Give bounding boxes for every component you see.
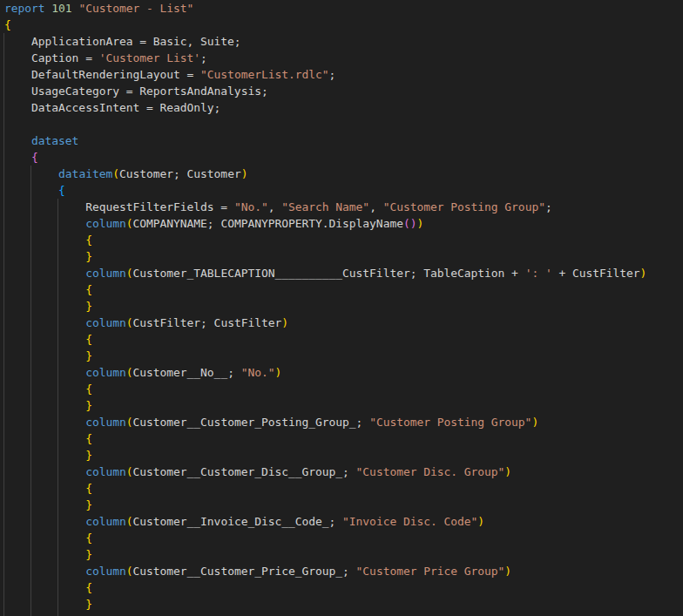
code-line: { — [0, 331, 683, 348]
code-line: } — [0, 298, 683, 315]
code-line: RequestFilterFields = "No.", "Search Nam… — [0, 199, 683, 215]
code-line: ApplicationArea = Basic, Suite; — [0, 33, 683, 50]
code-line: column(CustFilter; CustFilter) — [0, 315, 683, 331]
code-line: DefaultRenderingLayout = "CustomerList.r… — [0, 66, 683, 83]
code-line: column(Customer_TABLECAPTION__________Cu… — [0, 265, 683, 281]
code-line: column(Customer__Invoice_Disc__Code_; "I… — [0, 513, 683, 530]
code-line: column(Customer__Customer_Disc__Group_; … — [0, 464, 683, 480]
code-line: } — [0, 596, 683, 613]
code-line: } — [0, 248, 683, 265]
code-line: column(COMPANYNAME; COMPANYPROPERTY.Disp… — [0, 215, 683, 232]
code-editor[interactable]: report 101 "Customer - List"{ Applicatio… — [0, 0, 683, 616]
code-line: dataset — [0, 132, 683, 149]
code-line: column(Customer__Payment_Terms_Code_; "P… — [0, 613, 683, 616]
code-line: column(Customer__No__; "No.") — [0, 364, 683, 381]
code-line: column(Customer__Customer_Posting_Group_… — [0, 414, 683, 430]
code-line: { — [0, 232, 683, 248]
code-line: dataitem(Customer; Customer) — [0, 166, 683, 182]
code-line: report 101 "Customer - List" — [0, 0, 683, 17]
code-line: UsageCategory = ReportsAndAnalysis; — [0, 83, 683, 99]
code-line: } — [0, 397, 683, 414]
code-line: } — [0, 348, 683, 364]
code-area: report 101 "Customer - List"{ Applicatio… — [0, 0, 683, 616]
code-line: { — [0, 149, 683, 166]
code-line: { — [0, 530, 683, 546]
code-line: { — [0, 281, 683, 298]
code-line: { — [0, 579, 683, 596]
code-line: Caption = 'Customer List'; — [0, 50, 683, 66]
code-line: } — [0, 497, 683, 513]
code-line: } — [0, 447, 683, 464]
code-line: { — [0, 381, 683, 397]
code-line: { — [0, 430, 683, 447]
code-line — [0, 116, 683, 132]
code-line: DataAccessIntent = ReadOnly; — [0, 99, 683, 116]
code-line: { — [0, 182, 683, 199]
code-line: { — [0, 17, 683, 33]
code-line: } — [0, 546, 683, 563]
code-line: { — [0, 480, 683, 497]
code-line: column(Customer__Customer_Price_Group_; … — [0, 563, 683, 579]
